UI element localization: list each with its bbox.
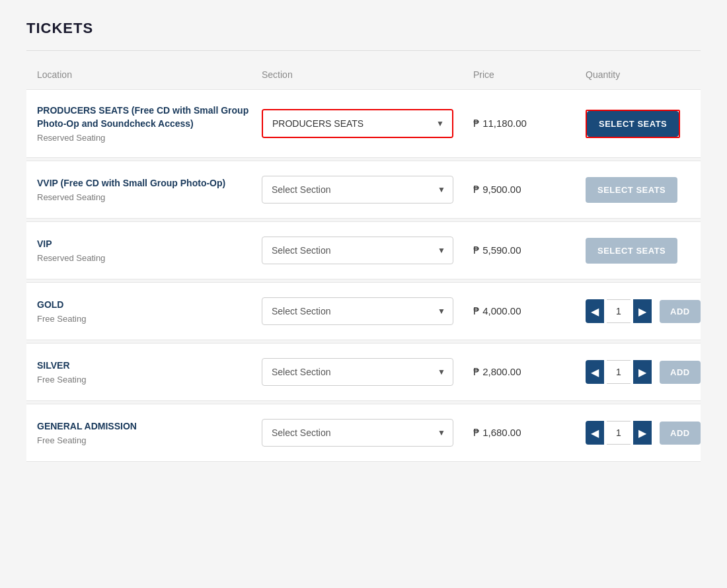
section-select-general[interactable]: Select Section xyxy=(262,419,453,447)
title-divider xyxy=(26,50,701,51)
decrement-button-gold[interactable]: ◀ xyxy=(586,299,604,323)
location-cell-vip: VIP Reserved Seating xyxy=(37,238,262,264)
quantity-value-gold: 1 xyxy=(607,299,631,323)
location-type-silver: Free Seating xyxy=(37,375,262,385)
location-cell-silver: SILVER Free Seating xyxy=(37,359,262,385)
action-cell-producers: SELECT SEATS xyxy=(586,110,690,138)
increment-button-silver[interactable]: ▶ xyxy=(633,360,652,384)
section-select-gold[interactable]: Select Section xyxy=(262,297,453,325)
section-select-vip[interactable]: Select Section xyxy=(262,237,453,264)
action-cell-general: ◀ 1 ▶ ADD xyxy=(586,421,701,445)
price-vip: ₱ 5,590.00 xyxy=(473,244,586,256)
add-button-silver[interactable]: ADD xyxy=(660,361,701,384)
quantity-cell-gold: ◀ 1 ▶ ADD xyxy=(586,299,701,323)
decrement-button-general[interactable]: ◀ xyxy=(586,421,604,445)
add-button-gold[interactable]: ADD xyxy=(660,300,701,323)
quantity-cell-general: ◀ 1 ▶ ADD xyxy=(586,421,701,445)
quantity-value-general: 1 xyxy=(607,421,631,445)
location-cell-gold: GOLD Free Seating xyxy=(37,299,262,324)
section-select-wrapper-producers: PRODUCERS SEATS PRODUCERS SEATS ▼ xyxy=(262,109,453,138)
location-type-vip: Reserved Seating xyxy=(37,253,262,263)
select-seats-button-producers[interactable]: SELECT SEATS xyxy=(587,111,679,137)
price-vvip: ₱ 9,500.00 xyxy=(473,184,586,196)
location-name-vvip: VVIP (Free CD with Small Group Photo-Op) xyxy=(37,177,262,190)
section-cell-producers: PRODUCERS SEATS PRODUCERS SEATS ▼ xyxy=(262,109,473,138)
action-cell-silver: ◀ 1 ▶ ADD xyxy=(586,360,701,384)
ticket-row-general: GENERAL ADMISSION Free Seating Select Se… xyxy=(26,404,701,462)
increment-button-gold[interactable]: ▶ xyxy=(633,299,652,323)
select-seats-button-vip[interactable]: SELECT SEATS xyxy=(586,238,677,264)
price-silver: ₱ 2,800.00 xyxy=(473,366,586,378)
location-name-producers: PRODUCERS SEATS (Free CD with Small Grou… xyxy=(37,104,262,130)
quantity-cell-silver: ◀ 1 ▶ ADD xyxy=(586,360,701,384)
ticket-row-producers: PRODUCERS SEATS (Free CD with Small Grou… xyxy=(26,89,701,158)
add-button-general[interactable]: ADD xyxy=(660,422,701,445)
section-select-wrapper-gold: Select Section ▼ xyxy=(262,297,453,325)
section-select-vvip[interactable]: Select Section xyxy=(262,176,453,203)
section-select-silver[interactable]: Select Section xyxy=(262,358,453,386)
table-header: Location Section Price Quantity xyxy=(26,64,701,85)
section-select-wrapper-silver: Select Section ▼ xyxy=(262,358,453,386)
location-type-general: Free Seating xyxy=(37,435,262,445)
page-title: TICKETS xyxy=(26,20,701,37)
ticket-row-vvip: VVIP (Free CD with Small Group Photo-Op)… xyxy=(26,161,701,219)
ticket-rows-container: PRODUCERS SEATS (Free CD with Small Grou… xyxy=(26,89,701,462)
ticket-row-silver: SILVER Free Seating Select Section ▼ ₱ 2… xyxy=(26,343,701,401)
price-producers: ₱ 11,180.00 xyxy=(473,118,586,129)
section-cell-silver: Select Section ▼ xyxy=(262,358,473,386)
select-seats-button-vvip[interactable]: SELECT SEATS xyxy=(586,177,677,203)
location-name-general: GENERAL ADMISSION xyxy=(37,420,262,433)
col-location: Location xyxy=(37,69,262,80)
location-cell-vvip: VVIP (Free CD with Small Group Photo-Op)… xyxy=(37,177,262,203)
location-type-gold: Free Seating xyxy=(37,314,262,324)
section-select-wrapper-vvip: Select Section ▼ xyxy=(262,176,453,203)
section-select-wrapper-general: Select Section ▼ xyxy=(262,419,453,447)
ticket-row-gold: GOLD Free Seating Select Section ▼ ₱ 4,0… xyxy=(26,282,701,340)
price-general: ₱ 1,680.00 xyxy=(473,427,586,439)
section-cell-general: Select Section ▼ xyxy=(262,419,473,447)
section-cell-gold: Select Section ▼ xyxy=(262,297,473,325)
location-type-producers: Reserved Seating xyxy=(37,133,262,143)
action-cell-vip: SELECT SEATS xyxy=(586,238,690,264)
section-select-wrapper-vip: Select Section ▼ xyxy=(262,237,453,264)
location-name-silver: SILVER xyxy=(37,359,262,373)
ticket-row-vip: VIP Reserved Seating Select Section ▼ ₱ … xyxy=(26,221,701,279)
quantity-value-silver: 1 xyxy=(607,360,631,384)
action-cell-gold: ◀ 1 ▶ ADD xyxy=(586,299,701,323)
location-type-vvip: Reserved Seating xyxy=(37,192,262,202)
col-section: Section xyxy=(262,69,473,80)
action-cell-vvip: SELECT SEATS xyxy=(586,177,690,203)
btn-highlight-wrapper-producers: SELECT SEATS xyxy=(586,110,680,138)
section-cell-vip: Select Section ▼ xyxy=(262,237,473,264)
location-cell-general: GENERAL ADMISSION Free Seating xyxy=(37,420,262,446)
location-name-gold: GOLD xyxy=(37,299,262,312)
col-quantity: Quantity xyxy=(586,69,690,80)
increment-button-general[interactable]: ▶ xyxy=(633,421,652,445)
price-gold: ₱ 4,000.00 xyxy=(473,305,586,317)
location-name-vip: VIP xyxy=(37,238,262,251)
location-cell-producers: PRODUCERS SEATS (Free CD with Small Grou… xyxy=(37,104,262,143)
section-select-producers[interactable]: PRODUCERS SEATS PRODUCERS SEATS xyxy=(263,110,452,137)
decrement-button-silver[interactable]: ◀ xyxy=(586,360,604,384)
section-cell-vvip: Select Section ▼ xyxy=(262,176,473,203)
col-price: Price xyxy=(473,69,586,80)
